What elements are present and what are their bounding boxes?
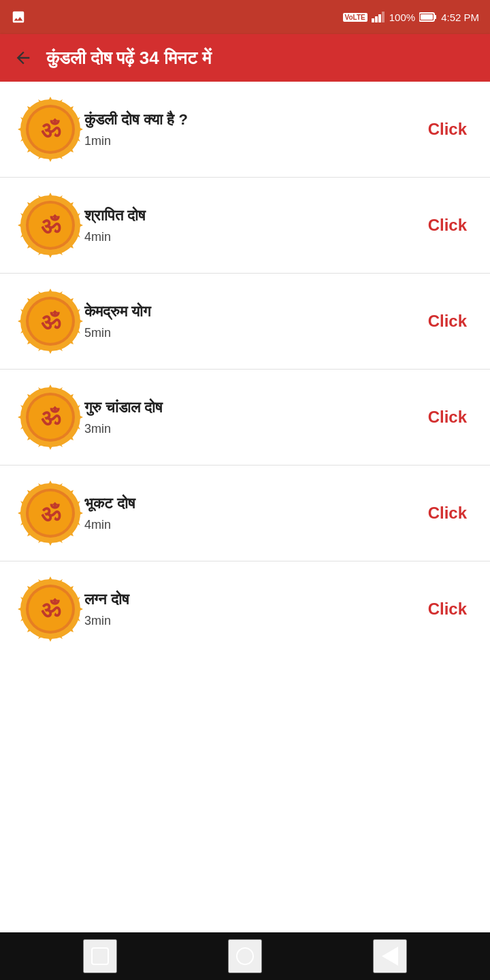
status-bar: VoLTE 100% 4:52 PM	[0, 0, 490, 34]
item-duration-6: 3min	[84, 614, 421, 628]
item-duration-3: 5min	[84, 326, 421, 340]
app-bar: कुंडली दोष पढ़ें 34 मिनट में	[0, 34, 490, 82]
battery-icon	[419, 12, 437, 22]
click-button-5[interactable]: Click	[421, 497, 474, 529]
item-title-4: गुरु चांडाल दोष	[84, 399, 421, 416]
item-text-1: कुंडली दोष क्या है ? 1min	[84, 111, 421, 148]
bottom-nav	[0, 932, 490, 980]
item-duration-1: 1min	[84, 134, 421, 148]
om-sun-icon-6: ॐ	[16, 575, 84, 643]
status-bar-right: VoLTE 100% 4:52 PM	[343, 12, 479, 23]
click-button-1[interactable]: Click	[421, 113, 474, 146]
list-item[interactable]: ॐ गुरु चांडाल दोष 3min Click	[0, 370, 490, 466]
svg-rect-0	[372, 18, 374, 22]
back-button[interactable]	[14, 48, 33, 67]
click-button-2[interactable]: Click	[421, 209, 474, 242]
click-button-6[interactable]: Click	[421, 593, 474, 625]
volte-badge: VoLTE	[343, 13, 368, 22]
app-title: कुंडली दोष पढ़ें 34 मिनट में	[46, 48, 211, 69]
battery-percent: 100%	[389, 12, 415, 23]
item-text-2: श्रापित दोष 4min	[84, 207, 421, 244]
item-title-6: लग्न दोष	[84, 591, 421, 608]
back-nav-button[interactable]	[373, 939, 407, 973]
svg-rect-5	[421, 14, 433, 20]
item-text-4: गुरु चांडाल दोष 3min	[84, 399, 421, 436]
svg-text:ॐ: ॐ	[41, 117, 61, 142]
om-sun-icon-4: ॐ	[16, 383, 84, 451]
status-bar-left	[11, 10, 26, 24]
item-text-3: केमद्रुम योग 5min	[84, 303, 421, 340]
item-text-5: भूकट दोष 4min	[84, 495, 421, 532]
svg-rect-6	[434, 15, 436, 19]
item-title-2: श्रापित दोष	[84, 207, 421, 225]
photo-icon	[11, 10, 26, 24]
om-sun-icon-2: ॐ	[16, 191, 84, 259]
svg-text:ॐ: ॐ	[41, 501, 61, 526]
click-button-4[interactable]: Click	[421, 401, 474, 434]
time-display: 4:52 PM	[441, 12, 479, 23]
svg-text:ॐ: ॐ	[41, 213, 61, 238]
item-title-1: कुंडली दोष क्या है ?	[84, 111, 421, 129]
signal-icon	[372, 12, 385, 22]
item-title-3: केमद्रुम योग	[84, 303, 421, 321]
list-item[interactable]: ॐ केमद्रुम योग 5min Click	[0, 274, 490, 370]
item-duration-2: 4min	[84, 230, 421, 244]
svg-text:ॐ: ॐ	[41, 309, 61, 334]
click-button-3[interactable]: Click	[421, 305, 474, 338]
om-sun-icon-3: ॐ	[16, 287, 84, 355]
svg-rect-3	[382, 12, 385, 22]
list-item[interactable]: ॐ भूकट दोष 4min Click	[0, 466, 490, 561]
list-item[interactable]: ॐ श्रापित दोष 4min Click	[0, 178, 490, 274]
om-sun-icon-1: ॐ	[16, 95, 84, 163]
item-title-5: भूकट दोष	[84, 495, 421, 512]
triangle-icon	[382, 947, 398, 966]
svg-rect-2	[378, 14, 381, 22]
circle-icon	[236, 947, 254, 965]
recents-button[interactable]	[228, 939, 262, 973]
item-text-6: लग्न दोष 3min	[84, 591, 421, 628]
svg-rect-1	[375, 16, 378, 22]
list-item[interactable]: ॐ कुंडली दोष क्या है ? 1min Click	[0, 82, 490, 178]
square-icon	[91, 947, 109, 965]
svg-text:ॐ: ॐ	[41, 405, 61, 430]
home-button[interactable]	[83, 939, 117, 973]
item-duration-5: 4min	[84, 518, 421, 532]
om-sun-icon-5: ॐ	[16, 479, 84, 547]
svg-text:ॐ: ॐ	[41, 597, 61, 622]
item-duration-4: 3min	[84, 422, 421, 436]
content-list: ॐ कुंडली दोष क्या है ? 1min Click	[0, 82, 490, 932]
list-item[interactable]: ॐ लग्न दोष 3min Click	[0, 561, 490, 657]
